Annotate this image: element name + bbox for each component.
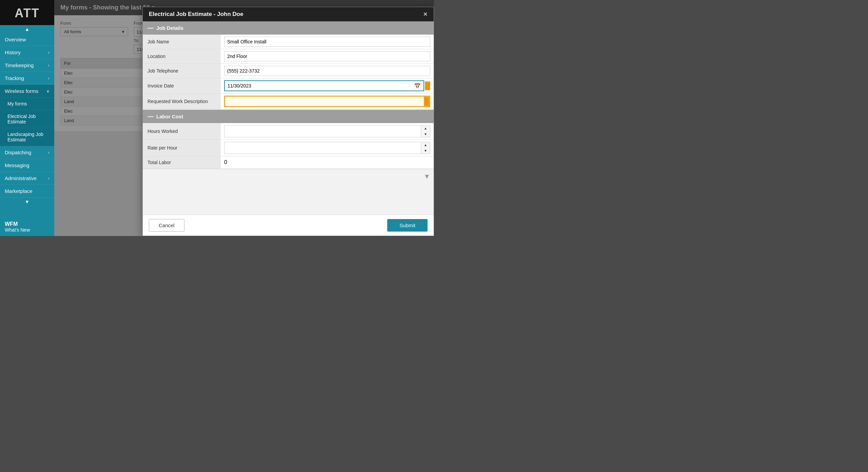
sidebar-scroll-up[interactable]: ▲ — [0, 25, 54, 33]
chevron-right-icon: › — [48, 50, 50, 55]
total-labor-label: Total Labor — [143, 156, 221, 169]
sidebar-item-messaging[interactable]: Messaging — [0, 159, 54, 172]
job-name-input[interactable] — [224, 37, 430, 47]
invoice-date-input[interactable] — [225, 81, 411, 91]
sidebar-item-dispatching[interactable]: Dispatching › — [0, 146, 54, 159]
rate-per-hour-spinner: ▲ ▼ — [224, 142, 430, 154]
modal-body: — Job Details Job Name Location Job Tele… — [143, 21, 434, 215]
sidebar-item-tracking[interactable]: Tracking › — [0, 72, 54, 85]
hours-worked-increment[interactable]: ▲ — [421, 125, 430, 131]
cancel-button[interactable]: Cancel — [149, 219, 184, 232]
requested-work-label: Requested Work Description — [143, 94, 221, 110]
labor-cost-form: Hours Worked ▲ ▼ Rate per Hour — [143, 123, 434, 169]
job-telephone-input[interactable] — [224, 66, 430, 76]
location-input[interactable] — [224, 51, 430, 61]
rate-per-hour-decrement[interactable]: ▼ — [421, 148, 430, 154]
job-name-label: Job Name — [143, 35, 221, 49]
modal-header: Electrical Job Estimate - John Doe × — [143, 7, 434, 21]
chevron-right-icon: › — [48, 150, 50, 155]
section-header-labor-cost: — Labor Cost — [143, 110, 434, 123]
job-telephone-label: Job Telephone — [143, 64, 221, 78]
sidebar-item-administrative[interactable]: Administrative › — [0, 172, 54, 185]
rate-per-hour-input[interactable] — [224, 143, 421, 153]
calendar-icon[interactable]: 📅 — [411, 81, 423, 91]
location-label: Location — [143, 49, 221, 64]
sidebar-item-my-forms[interactable]: My forms — [0, 98, 54, 110]
requested-work-value — [221, 94, 434, 110]
invoice-date-value: 📅 — [221, 78, 434, 94]
sidebar-logo: ATT — [0, 0, 54, 25]
requested-work-input[interactable] — [225, 97, 424, 106]
sidebar-item-overview[interactable]: Overview — [0, 33, 54, 46]
sidebar-item-electrical-job[interactable]: Electrical Job Estimate — [0, 110, 54, 128]
chevron-right-icon: › — [48, 176, 50, 181]
collapse-icon[interactable]: — — [147, 24, 154, 32]
chevron-right-icon: › — [48, 63, 50, 68]
job-name-value — [221, 35, 434, 49]
job-telephone-value — [221, 64, 434, 78]
rate-per-hour-label: Rate per Hour — [143, 140, 221, 156]
hours-worked-label: Hours Worked — [143, 123, 221, 140]
total-labor-value: 0 — [221, 156, 434, 169]
sidebar-item-wireless-forms[interactable]: Wireless forms ∨ — [0, 85, 54, 98]
hours-worked-spinner: ▲ ▼ — [224, 125, 430, 137]
modal-electrical-estimate: Electrical Job Estimate - John Doe × — J… — [142, 7, 434, 236]
sidebar: ATT ▲ Overview History › Timekeeping › T… — [0, 0, 54, 236]
invoice-date-label: Invoice Date — [143, 78, 221, 94]
modal-footer: Cancel Submit — [143, 215, 434, 236]
modal-title: Electrical Job Estimate - John Doe — [149, 11, 243, 18]
chevron-right-icon: › — [48, 76, 50, 81]
section-header-job-details: — Job Details — [143, 21, 434, 35]
modal-close-button[interactable]: × — [423, 11, 428, 18]
sidebar-item-marketplace[interactable]: Marketplace — [0, 185, 54, 198]
location-value — [221, 49, 434, 64]
job-details-form: Job Name Location Job Telephone Invoice … — [143, 35, 434, 110]
submit-button[interactable]: Submit — [387, 219, 428, 232]
hours-worked-value: ▲ ▼ — [221, 123, 434, 140]
sidebar-scroll-down[interactable]: ▼ — [0, 198, 54, 206]
sidebar-item-history[interactable]: History › — [0, 46, 54, 59]
main-content: My forms - Showing the last 50 s Form: A… — [54, 0, 434, 236]
rate-per-hour-value: ▲ ▼ — [221, 140, 434, 156]
sidebar-item-timekeeping[interactable]: Timekeeping › — [0, 59, 54, 72]
collapse-icon[interactable]: — — [147, 113, 154, 120]
hours-worked-input[interactable] — [224, 126, 421, 136]
chevron-down-icon: ∨ — [46, 89, 50, 94]
hours-worked-decrement[interactable]: ▼ — [421, 131, 430, 137]
sidebar-bottom: WFM What's New — [0, 218, 54, 236]
sidebar-item-landscaping-job[interactable]: Landscaping Job Estimate — [0, 128, 54, 146]
rate-per-hour-increment[interactable]: ▲ — [421, 142, 430, 148]
